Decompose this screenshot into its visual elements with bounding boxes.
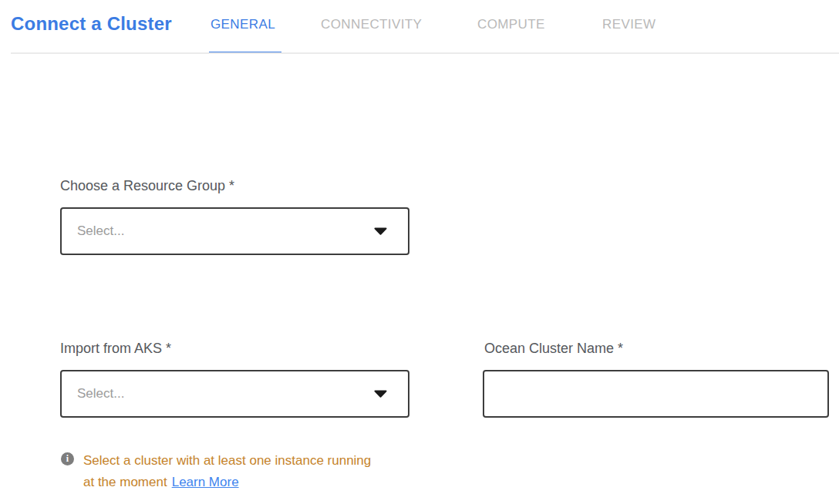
info-message: Select a cluster with at least one insta… xyxy=(83,450,376,493)
tab-general[interactable]: GENERAL xyxy=(211,17,275,32)
header-divider xyxy=(11,52,839,54)
import-aks-label: Import from AKS * xyxy=(60,341,171,357)
ocean-cluster-name-label: Ocean Cluster Name * xyxy=(484,341,623,357)
info-icon xyxy=(61,452,74,465)
import-aks-select[interactable]: Select... xyxy=(60,370,409,418)
import-aks-placeholder: Select... xyxy=(77,386,124,402)
tab-compute[interactable]: COMPUTE xyxy=(477,17,545,32)
tab-connectivity[interactable]: CONNECTIVITY xyxy=(321,17,422,32)
learn-more-link[interactable]: Learn More xyxy=(172,475,239,489)
chevron-down-icon xyxy=(374,227,387,235)
chevron-down-icon xyxy=(374,390,387,398)
resource-group-label: Choose a Resource Group * xyxy=(60,178,234,194)
page-title: Connect a Cluster xyxy=(11,13,172,35)
connect-cluster-wizard: Connect a Cluster GENERAL CONNECTIVITY C… xyxy=(0,0,839,504)
tab-review[interactable]: REVIEW xyxy=(602,17,655,32)
resource-group-select[interactable]: Select... xyxy=(60,207,409,255)
resource-group-placeholder: Select... xyxy=(77,223,124,239)
ocean-cluster-name-input[interactable] xyxy=(483,370,829,418)
